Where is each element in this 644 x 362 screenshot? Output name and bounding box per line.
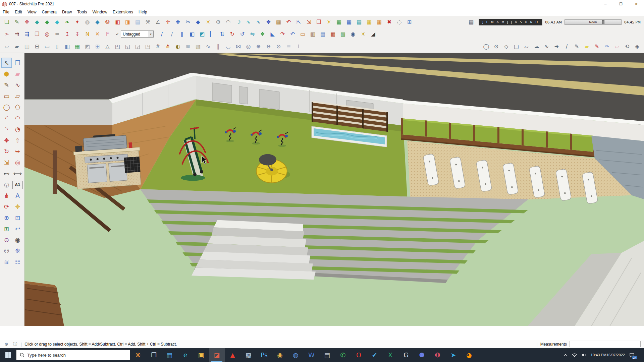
textured-icon[interactable]: ▦ bbox=[72, 42, 82, 51]
fan-fold-icon[interactable]: ❖ bbox=[258, 29, 267, 39]
bend-right-icon[interactable]: ↷ bbox=[278, 29, 287, 39]
minimize-button[interactable]: ─ bbox=[598, 0, 613, 8]
whatsapp-icon[interactable]: ✆ bbox=[335, 348, 351, 362]
lamp-tool-icon[interactable]: ☀ bbox=[358, 29, 368, 39]
google-icon[interactable]: G bbox=[398, 348, 414, 362]
red-pencil-icon[interactable]: ✎ bbox=[592, 42, 602, 51]
diamond-blue-icon[interactable]: ◆ bbox=[193, 17, 203, 27]
daylight-icon[interactable]: ☀ bbox=[324, 17, 334, 27]
volume-icon[interactable] bbox=[582, 353, 586, 357]
table-panel-icon[interactable]: ▤ bbox=[354, 17, 364, 27]
import-tool-icon[interactable]: ⇲ bbox=[304, 17, 314, 27]
smooth-edges-icon[interactable]: ∿ bbox=[203, 42, 213, 51]
circle-markup-icon[interactable]: ◯ bbox=[481, 42, 491, 51]
todo-icon[interactable]: ✔ bbox=[367, 348, 382, 362]
intersect-faces-icon[interactable]: ⋈ bbox=[233, 42, 243, 51]
axes-tool-icon[interactable]: ⋔ bbox=[1, 190, 12, 200]
paint-bucket-icon[interactable]: ⬢ bbox=[1, 69, 12, 79]
eraser-markup-icon[interactable]: ▱ bbox=[612, 42, 622, 51]
delete-red-icon[interactable]: ✖ bbox=[384, 17, 394, 27]
three-point-arc-tool-icon[interactable]: ◝ bbox=[1, 124, 12, 134]
plugin-leaf-green-icon[interactable]: ❧ bbox=[62, 17, 72, 27]
rotate-cw-icon[interactable]: ↻ bbox=[227, 29, 237, 39]
shaded-icon[interactable]: ◧ bbox=[62, 42, 72, 51]
move-array-icon[interactable]: ✥ bbox=[264, 17, 273, 27]
fredo-triple-arrow-icon[interactable]: ⇶ bbox=[22, 29, 32, 39]
iso-view-icon[interactable]: ◰ bbox=[113, 42, 122, 51]
zoom-extents-tool-icon[interactable]: ⊞ bbox=[1, 224, 12, 234]
gear-tool-icon[interactable]: ⚙ bbox=[213, 17, 223, 27]
hidden-icons-chevron-icon[interactable] bbox=[564, 353, 568, 357]
export-tool-icon[interactable]: ⇱ bbox=[294, 17, 304, 27]
spiral-axis-icon[interactable]: ∿ bbox=[254, 17, 263, 27]
file-explorer-icon[interactable]: ▣ bbox=[193, 348, 209, 362]
sketchup-icon[interactable]: ◪ bbox=[209, 348, 225, 362]
fog-toggle-icon[interactable]: ≋ bbox=[183, 42, 193, 51]
axes-toggle-icon[interactable]: ⋔ bbox=[163, 42, 173, 51]
shadow-slider-handle[interactable] bbox=[602, 20, 604, 24]
lightroom-icon[interactable]: ▩ bbox=[240, 348, 256, 362]
plugin-leaf-red-icon[interactable]: ❖ bbox=[22, 17, 32, 27]
note-page-icon[interactable]: ▤ bbox=[133, 17, 143, 27]
excel-icon[interactable]: X bbox=[382, 348, 398, 362]
shelf-panel-icon[interactable]: ▥ bbox=[308, 29, 318, 39]
wireframe-icon[interactable]: ▭ bbox=[42, 42, 52, 51]
menu-help[interactable]: Help bbox=[136, 8, 150, 16]
materials-panel-icon[interactable]: ▦ bbox=[328, 29, 338, 39]
lasso-select-icon[interactable]: ⟲ bbox=[622, 42, 632, 51]
xray-icon[interactable]: ⊞ bbox=[93, 42, 102, 51]
3d-text-tool-icon[interactable]: A bbox=[12, 190, 23, 200]
look-around-tool-icon[interactable]: ◉ bbox=[12, 235, 23, 245]
weld-edges-icon[interactable]: ◡ bbox=[223, 42, 233, 51]
menu-draw[interactable]: Draw bbox=[59, 8, 74, 16]
highlighter-icon[interactable]: ▰ bbox=[582, 42, 592, 51]
moon-tool-icon[interactable]: ☽ bbox=[233, 17, 243, 27]
shadow-toggle-icon[interactable]: ▤ bbox=[466, 17, 476, 27]
face-front-icon[interactable]: ◧ bbox=[187, 29, 197, 39]
section-fill-icon[interactable]: ▰ bbox=[12, 42, 22, 51]
flatten-faces-icon[interactable]: ≣ bbox=[284, 42, 293, 51]
point-set-red-icon[interactable]: ✛ bbox=[163, 17, 173, 27]
opera-icon[interactable]: O bbox=[351, 348, 367, 362]
add-blue-icon[interactable]: ✚ bbox=[173, 17, 183, 27]
menu-extensions[interactable]: Extensions bbox=[110, 8, 136, 16]
corner-wedge-icon[interactable]: ◢ bbox=[368, 29, 378, 39]
section-cut-icon[interactable]: ◫ bbox=[22, 42, 32, 51]
arrow-markup-icon[interactable]: ➔ bbox=[552, 42, 561, 51]
swap-vertical-icon[interactable]: ⇅ bbox=[217, 29, 227, 39]
rectangle-tool-icon[interactable]: ▭ bbox=[1, 91, 12, 101]
plugin-waves-icon[interactable]: ≋ bbox=[1, 257, 12, 267]
line-tool-icon[interactable]: ✎ bbox=[1, 80, 12, 90]
arrow-down-red-icon[interactable]: ↧ bbox=[72, 29, 82, 39]
zoom-window-tool-icon[interactable]: ⊡ bbox=[12, 213, 23, 223]
face-back-icon[interactable]: ◩ bbox=[197, 29, 207, 39]
photos-app-icon[interactable]: ❋ bbox=[130, 348, 146, 362]
make-component-icon[interactable]: ❒ bbox=[12, 58, 23, 68]
green-grid-icon[interactable]: ▦ bbox=[334, 17, 344, 27]
restore-button[interactable]: ❐ bbox=[613, 0, 629, 8]
scale-tool-icon[interactable]: ⇲ bbox=[1, 157, 12, 167]
geolocation-icon[interactable]: ⊕ bbox=[3, 341, 9, 347]
menu-tools[interactable]: Tools bbox=[74, 8, 90, 16]
sun-settings-icon[interactable]: ☀ bbox=[203, 17, 213, 27]
blue-grid-icon[interactable]: ▦ bbox=[344, 17, 354, 27]
select-tool-icon[interactable]: ↖ bbox=[1, 58, 12, 68]
monochrome-icon[interactable]: ◩ bbox=[83, 42, 92, 51]
components-panel-icon[interactable]: ▧ bbox=[338, 29, 348, 39]
measurements-input[interactable] bbox=[570, 341, 641, 347]
line-markup-icon[interactable]: ∕ bbox=[562, 42, 572, 51]
eraser-tool-icon[interactable]: ▰ bbox=[12, 69, 23, 79]
rounded-rect-markup-icon[interactable]: ▢ bbox=[512, 42, 521, 51]
shadow-time-slider[interactable]: Noon bbox=[565, 19, 622, 25]
rotated-rectangle-tool-icon[interactable]: ▱ bbox=[12, 91, 23, 101]
sidewalk-left[interactable] bbox=[24, 100, 112, 125]
fredo-box-icon[interactable]: ❒ bbox=[32, 29, 42, 39]
orbit-tool-icon[interactable]: ⟳ bbox=[1, 201, 12, 212]
solid-trim-icon[interactable]: ⊘ bbox=[274, 42, 283, 51]
cloud-markup-icon[interactable]: ☁ bbox=[532, 42, 541, 51]
tape-measure-tool-icon[interactable]: ⊷ bbox=[1, 168, 12, 178]
network-icon[interactable] bbox=[572, 353, 577, 357]
edge-style-icon[interactable]: ∕ bbox=[157, 29, 167, 39]
orange-panel-icon[interactable]: ◨ bbox=[123, 17, 132, 27]
plugin-spark-icon[interactable]: ❊ bbox=[12, 246, 23, 256]
